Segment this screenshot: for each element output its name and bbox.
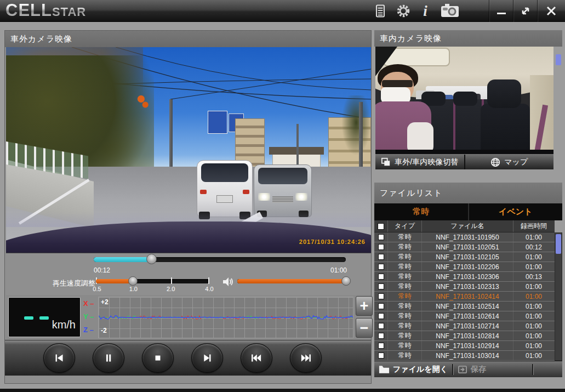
- camera-capture-icon[interactable]: [437, 3, 463, 19]
- minimize-button[interactable]: [489, 0, 513, 22]
- progress-slider[interactable]: [94, 257, 346, 262]
- checkbox-box[interactable]: [378, 303, 384, 309]
- map-label: マップ: [504, 157, 528, 167]
- checkbox-box[interactable]: [378, 353, 384, 359]
- row-type: 常時: [388, 262, 422, 271]
- checkbox-box[interactable]: [378, 264, 384, 270]
- row-checkbox[interactable]: [374, 331, 388, 340]
- row-type: 常時: [388, 282, 422, 291]
- stop-button[interactable]: [142, 343, 174, 373]
- row-duration: 01:00: [513, 341, 554, 350]
- app-window: CELLSTAR i 車外カメラ映像: [0, 0, 565, 392]
- row-checkbox[interactable]: [374, 252, 388, 262]
- skip-to-end-button[interactable]: [191, 343, 223, 373]
- checkbox-box[interactable]: [378, 313, 384, 319]
- file-row[interactable]: 常時NNF_171031-10291401:00: [374, 341, 555, 351]
- rear-headrest: [453, 92, 477, 106]
- interior-scrollbar-thumb[interactable]: [556, 54, 561, 65]
- cellstar-logo: CELLSTAR: [5, 1, 86, 20]
- info-icon[interactable]: i: [418, 3, 433, 19]
- progress-thumb[interactable]: [146, 254, 157, 264]
- row-checkbox[interactable]: [374, 272, 388, 281]
- file-row[interactable]: 常時NNF_171031-10241401:00: [374, 292, 555, 302]
- row-filename: NNF_171031-102614: [422, 311, 513, 321]
- row-checkbox[interactable]: [374, 282, 388, 291]
- file-row[interactable]: 常時NNF_171031-10301401:00: [374, 351, 555, 361]
- checkbox-box[interactable]: [378, 234, 384, 240]
- row-checkbox[interactable]: [374, 292, 388, 301]
- previous-file-button[interactable]: [241, 343, 272, 373]
- file-row[interactable]: 常時NNF_171031-10205100:12: [374, 242, 555, 252]
- speed-fill: [96, 279, 133, 283]
- row-checkbox[interactable]: [374, 341, 388, 350]
- row-checkbox[interactable]: [374, 311, 388, 321]
- logo-text-sub: STAR: [52, 5, 86, 19]
- vehicle-speed-display: km/h: [8, 297, 81, 337]
- row-filename: NNF_171031-101950: [422, 232, 513, 242]
- checkbox-box[interactable]: [378, 283, 384, 289]
- tab-event[interactable]: イベント: [468, 203, 563, 220]
- switch-view-button[interactable]: 車外/車内映像切替: [375, 155, 464, 169]
- speed-tick: [208, 277, 209, 284]
- column-type: タイプ: [388, 220, 422, 232]
- row-checkbox[interactable]: [374, 262, 388, 271]
- view-buttons-row: 車外/車内映像切替 マップ: [375, 154, 553, 169]
- open-file-button[interactable]: ファイルを開く: [379, 365, 448, 374]
- row-type: 常時: [388, 252, 422, 262]
- speed-tick: [171, 277, 172, 284]
- file-list-scrollbar[interactable]: [555, 232, 562, 361]
- file-row[interactable]: 常時NNF_171031-10271401:00: [374, 321, 555, 331]
- map-button[interactable]: マップ: [464, 155, 554, 169]
- row-duration: 01:00: [513, 282, 554, 291]
- checkbox-box[interactable]: [378, 333, 384, 339]
- elapsed-time: 00:12: [94, 266, 110, 274]
- row-checkbox[interactable]: [374, 321, 388, 331]
- pause-button[interactable]: [93, 343, 124, 373]
- row-checkbox[interactable]: [374, 232, 388, 242]
- volume-thumb[interactable]: [341, 276, 351, 286]
- g-zoom-in-button[interactable]: +: [356, 296, 373, 316]
- row-filename: NNF_171031-102514: [422, 302, 513, 311]
- save-button[interactable]: 保存: [458, 365, 486, 374]
- g-sensor-zone: km/h X – Y – Z – +2 -2 + −: [6, 295, 371, 340]
- file-row[interactable]: 常時NNF_171031-10281401:00: [374, 331, 555, 341]
- file-row[interactable]: 常時NNF_171031-10210501:00: [374, 252, 555, 262]
- row-checkbox[interactable]: [374, 242, 388, 252]
- file-row[interactable]: 常時NNF_171031-10230600:13: [374, 272, 555, 282]
- volume-slider[interactable]: [237, 279, 347, 283]
- z-axis-label: Z –: [83, 326, 94, 334]
- save-label: 保存: [471, 365, 486, 374]
- file-row[interactable]: 常時NNF_171031-10251401:00: [374, 302, 555, 311]
- row-duration: 01:00: [513, 292, 554, 301]
- speed-thumb[interactable]: [128, 276, 138, 286]
- g-max-label: +2: [101, 298, 109, 306]
- file-row[interactable]: 常時NNF_171031-10261401:00: [374, 311, 555, 321]
- checkbox-box[interactable]: [378, 244, 384, 250]
- file-row[interactable]: 常時NNF_171031-10195001:00: [374, 232, 555, 242]
- checkbox-box[interactable]: [378, 323, 384, 329]
- checkbox-box[interactable]: [378, 293, 384, 299]
- close-button[interactable]: [537, 0, 564, 22]
- checkbox-box[interactable]: [378, 343, 384, 349]
- file-row[interactable]: 常時NNF_171031-10231301:00: [374, 282, 555, 292]
- checkbox-box[interactable]: [378, 274, 384, 280]
- g-zoom-out-button[interactable]: −: [356, 318, 373, 338]
- file-list-scrollbar-thumb[interactable]: [556, 234, 561, 254]
- resize-button[interactable]: [513, 0, 537, 22]
- checkbox-box[interactable]: [378, 254, 384, 260]
- volume-fill: [237, 279, 347, 283]
- skip-to-start-button[interactable]: [43, 343, 75, 373]
- file-list-icon[interactable]: [370, 3, 390, 19]
- settings-gear-icon[interactable]: [393, 3, 413, 19]
- speed-slider[interactable]: 0.5 1.0 2.0 4.0: [96, 279, 209, 283]
- save-icon: [458, 365, 467, 374]
- row-checkbox[interactable]: [374, 351, 388, 360]
- select-all-checkbox[interactable]: [374, 220, 388, 232]
- progress-fill: [94, 257, 152, 262]
- g-sensor-plot: [99, 297, 353, 338]
- tab-continuous[interactable]: 常時: [374, 203, 468, 220]
- next-file-button[interactable]: [290, 343, 322, 373]
- row-checkbox[interactable]: [374, 302, 388, 311]
- switch-view-label: 車外/車内映像切替: [395, 157, 458, 167]
- file-row[interactable]: 常時NNF_171031-10220601:00: [374, 262, 555, 272]
